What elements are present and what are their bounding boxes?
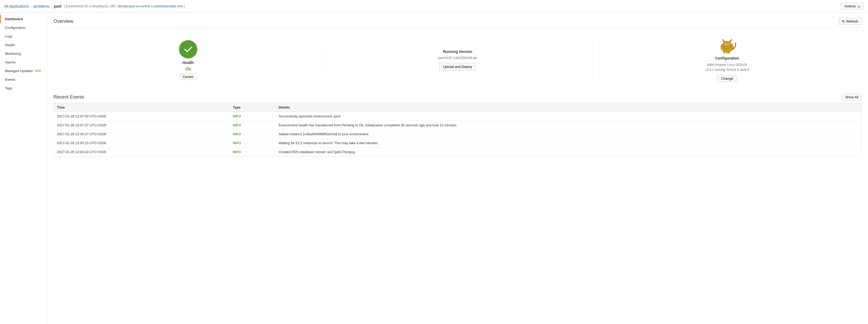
col-details: Details: [276, 103, 862, 112]
sidebar-item-monitoring[interactable]: Monitoring: [0, 49, 47, 58]
running-version-title: Running Version: [328, 50, 587, 54]
all-applications-link[interactable]: All Applications: [4, 4, 29, 8]
svg-marker-3: [729, 39, 732, 42]
overview-title: Overview: [54, 19, 73, 24]
top-bar: All Applications › jamfdemo › jamf ( Env…: [0, 0, 868, 12]
cell-type-2: INFO: [229, 130, 275, 139]
health-status: Ok: [59, 67, 317, 71]
sidebar-item-logs[interactable]: Logs: [0, 32, 47, 41]
events-table-header-row: Time Type Details: [54, 103, 862, 112]
cell-details-4: Created RDS database named: aa17gsb17bvx…: [276, 148, 862, 157]
overview-cards: Health Ok Causes Running Version jamf.9.…: [54, 33, 862, 87]
svg-rect-14: [726, 51, 727, 54]
upload-deploy-button[interactable]: Upload and Deploy: [439, 63, 476, 70]
table-row: 2017-01-28 12:07:27 UTC+0100INFOEnvironm…: [54, 121, 862, 130]
cell-time-1: 2017-01-28 12:07:27 UTC+0100: [54, 121, 230, 130]
refresh-label: Refresh: [846, 20, 858, 23]
sidebar: DashboardConfigurationLogsHealthMonitori…: [0, 12, 47, 324]
show-all-button[interactable]: Show All: [842, 94, 862, 101]
events-table: Time Type Details 2017-01-28 12:07:50 UT…: [54, 103, 862, 157]
configuration-card: Configuration 64bit Amazon Linux 2016.09…: [592, 38, 862, 82]
health-card-title: Health: [59, 61, 317, 65]
refresh-button[interactable]: ↻ Refresh: [839, 18, 862, 25]
checkmark-icon: [183, 44, 193, 55]
refresh-icon: ↻: [842, 20, 845, 23]
overview-header: Overview ↻ Refresh: [54, 18, 862, 25]
sidebar-item-tags[interactable]: Tags: [0, 84, 47, 93]
running-version-card: Running Version jamf.9.97.1482356336.eb …: [323, 50, 592, 70]
sidebar-item-label-monitoring: Monitoring: [5, 52, 21, 56]
svg-point-6: [725, 44, 726, 45]
actions-button[interactable]: Actions: [840, 3, 864, 10]
actions-chevron-icon: [857, 5, 860, 8]
breadcrumb-sep-1: ›: [30, 4, 32, 8]
cell-type-4: INFO: [229, 148, 275, 157]
svg-rect-13: [723, 50, 725, 53]
causes-button[interactable]: Causes: [180, 74, 197, 80]
table-row: 2017-01-28 12:05:15 UTC+0100INFOWaiting …: [54, 139, 862, 148]
table-row: 2017-01-28 12:04:10 UTC+0100INFOCreated …: [54, 148, 862, 157]
sidebar-item-label-managed-updates: Managed Updates: [5, 69, 33, 73]
cell-type-1: INFO: [229, 121, 275, 130]
layout: DashboardConfigurationLogsHealthMonitori…: [0, 12, 868, 324]
sidebar-item-health[interactable]: Health: [0, 41, 47, 49]
sidebar-item-configuration[interactable]: Configuration: [0, 23, 47, 32]
svg-rect-15: [728, 51, 730, 54]
events-section: Recent Events Show All Time Type Details…: [54, 94, 862, 157]
cell-time-0: 2017-01-28 12:07:50 UTC+0100: [54, 112, 230, 121]
cell-time-2: 2017-01-28 12:05:27 UTC+0100: [54, 130, 230, 139]
env-meta: ( Environment ID: e-hkxydhjc3a, URL: dem…: [64, 4, 185, 8]
sidebar-item-dashboard[interactable]: Dashboard: [0, 15, 47, 23]
sidebar-item-events[interactable]: Events: [0, 75, 47, 84]
env-id-label: Environment ID:: [66, 4, 88, 8]
sidebar-item-label-dashboard: Dashboard: [5, 17, 23, 21]
change-button[interactable]: Change: [717, 75, 737, 82]
cell-details-3: Waiting for EC2 instances to launch. Thi…: [276, 139, 862, 148]
sidebar-item-managed-updates[interactable]: Managed UpdatesNEW: [0, 67, 47, 75]
cell-time-3: 2017-01-28 12:05:15 UTC+0100: [54, 139, 230, 148]
breadcrumb: All Applications › jamfdemo › jamf ( Env…: [4, 4, 185, 8]
sidebar-item-alarms[interactable]: Alarms: [0, 58, 47, 67]
url-value-link[interactable]: demoproject.eu-central-1.elasticbeanstal…: [118, 4, 183, 8]
sidebar-item-label-alarms: Alarms: [5, 60, 16, 64]
col-time: Time: [54, 103, 230, 112]
cell-details-2: Added instance [i-06a4045f68f53d31d] to …: [276, 130, 862, 139]
url-label: URL:: [110, 4, 117, 8]
events-title: Recent Events: [54, 94, 84, 100]
cell-time-4: 2017-01-28 12:04:10 UTC+0100: [54, 148, 230, 157]
events-table-body: 2017-01-28 12:07:50 UTC+0100INFOSuccessf…: [54, 112, 862, 157]
sidebar-item-label-logs: Logs: [5, 34, 12, 38]
col-type: Type: [229, 103, 275, 112]
svg-marker-2: [722, 39, 725, 42]
actions-label: Actions: [844, 4, 856, 8]
breadcrumb-sep-2: ›: [51, 4, 52, 8]
sidebar-item-label-configuration: Configuration: [5, 26, 25, 30]
env-id-value: e-hkxydhjc3a: [90, 4, 108, 8]
health-card: Health Ok Causes: [54, 40, 323, 80]
events-table-head: Time Type Details: [54, 103, 862, 112]
overview-divider: [54, 27, 862, 27]
svg-point-1: [723, 41, 731, 49]
sidebar-item-label-events: Events: [5, 77, 16, 82]
config-description: 64bit Amazon Linux 2016.09 v2.5.1 runnin…: [598, 62, 857, 72]
svg-point-7: [728, 44, 729, 45]
cell-details-1: Environment health has transitioned from…: [276, 121, 862, 130]
cell-type-3: INFO: [229, 139, 275, 148]
svg-point-8: [726, 46, 727, 46]
tomcat-icon: [717, 38, 738, 54]
app-name-link[interactable]: jamfdemo: [33, 4, 49, 8]
main-content: Overview ↻ Refresh Health Ok Causes: [47, 12, 868, 324]
new-badge-managed-updates: NEW: [35, 69, 41, 72]
sidebar-item-label-health: Health: [5, 43, 15, 47]
configuration-card-title: Configuration: [598, 56, 857, 60]
events-header: Recent Events Show All: [54, 94, 862, 101]
cell-type-0: INFO: [229, 112, 275, 121]
sidebar-item-label-tags: Tags: [5, 86, 12, 90]
env-name: jamf: [54, 4, 61, 8]
table-row: 2017-01-28 12:05:27 UTC+0100INFOAdded in…: [54, 130, 862, 139]
table-row: 2017-01-28 12:07:50 UTC+0100INFOSuccessf…: [54, 112, 862, 121]
cell-details-0: Successfully launched environment: jamf: [276, 112, 862, 121]
running-version-value: jamf.9.97.1482356336.eb: [328, 56, 587, 60]
health-icon: [179, 40, 197, 59]
